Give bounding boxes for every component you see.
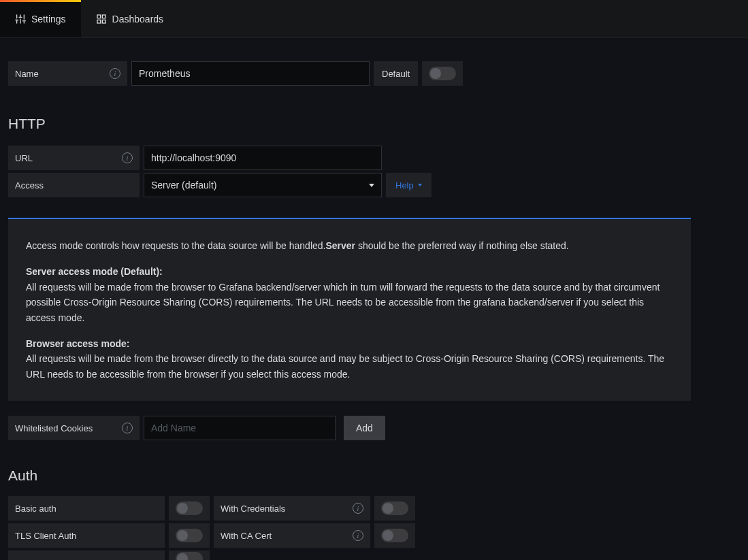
tls-client-auth-label: TLS Client Auth bbox=[8, 523, 165, 548]
svg-rect-9 bbox=[97, 15, 101, 18]
info-intro-post: should be the preferred way if nothing e… bbox=[355, 240, 569, 251]
info-server: Server access mode (Default): All reques… bbox=[26, 264, 673, 325]
auth-row-2: TLS Client Auth With CA Cert i bbox=[8, 523, 740, 548]
info-icon[interactable]: i bbox=[353, 503, 363, 514]
basic-auth-toggle-wrap bbox=[169, 496, 210, 521]
cookies-row: Whitelisted Cookies i Add bbox=[8, 416, 740, 440]
default-toggle[interactable] bbox=[429, 67, 456, 80]
default-label-text: Default bbox=[382, 69, 410, 79]
svg-rect-10 bbox=[102, 15, 105, 18]
tls-client-auth-label-text: TLS Client Auth bbox=[15, 531, 76, 541]
auth-row-3-toggle-wrap bbox=[169, 550, 210, 560]
add-button[interactable]: Add bbox=[344, 416, 385, 440]
chevron-down-icon bbox=[369, 184, 374, 187]
info-server-title: Server access mode (Default): bbox=[26, 266, 163, 277]
with-credentials-toggle-wrap bbox=[374, 496, 415, 521]
tls-client-auth-toggle-wrap bbox=[169, 523, 210, 548]
with-credentials-label: With Credentials i bbox=[214, 496, 370, 521]
info-icon[interactable]: i bbox=[122, 423, 133, 433]
access-row: Access Server (default) Help bbox=[8, 173, 740, 197]
info-browser: Browser access mode: All requests will b… bbox=[26, 336, 673, 382]
ca-cert-label: With CA Cert i bbox=[214, 523, 370, 548]
ca-cert-toggle[interactable] bbox=[381, 529, 408, 542]
tab-settings-label: Settings bbox=[31, 14, 66, 24]
name-input[interactable] bbox=[131, 61, 370, 86]
auth-row-3 bbox=[8, 550, 740, 560]
tab-dashboards-label: Dashboards bbox=[112, 14, 164, 24]
info-intro-pre: Access mode controls how requests to the… bbox=[26, 240, 325, 251]
info-icon[interactable]: i bbox=[110, 68, 120, 79]
tab-settings[interactable]: Settings bbox=[0, 0, 81, 37]
info-icon[interactable]: i bbox=[122, 152, 133, 163]
auth-row-3-label bbox=[8, 550, 165, 560]
tls-client-auth-toggle[interactable] bbox=[176, 529, 203, 542]
access-select[interactable]: Server (default) bbox=[144, 173, 382, 197]
info-browser-body: All requests will be made from the brows… bbox=[26, 353, 664, 379]
auth-row-3-toggle[interactable] bbox=[176, 552, 203, 560]
url-input[interactable] bbox=[144, 146, 382, 170]
default-label: Default bbox=[374, 61, 418, 86]
access-info-panel: Access mode controls how requests to the… bbox=[8, 218, 691, 401]
cookies-label: Whitelisted Cookies i bbox=[8, 416, 140, 440]
name-label: Name i bbox=[8, 61, 127, 86]
sliders-icon bbox=[15, 14, 26, 24]
auth-section-title: Auth bbox=[8, 467, 740, 484]
info-icon[interactable]: i bbox=[353, 530, 363, 541]
chevron-down-icon bbox=[418, 184, 422, 186]
info-browser-title: Browser access mode: bbox=[26, 338, 130, 349]
basic-auth-toggle[interactable] bbox=[176, 501, 203, 515]
access-label-text: Access bbox=[15, 180, 44, 191]
help-button-label: Help bbox=[395, 180, 414, 191]
access-select-value: Server (default) bbox=[151, 180, 216, 191]
default-toggle-wrap bbox=[422, 61, 463, 86]
info-intro: Access mode controls how requests to the… bbox=[26, 238, 673, 253]
url-row: URL i bbox=[8, 146, 740, 170]
apps-icon bbox=[96, 14, 107, 24]
help-button[interactable]: Help bbox=[386, 173, 432, 197]
name-label-text: Name bbox=[15, 69, 39, 79]
with-credentials-label-text: With Credentials bbox=[221, 504, 285, 514]
basic-auth-label-text: Basic auth bbox=[15, 504, 56, 514]
info-intro-bold: Server bbox=[325, 240, 355, 251]
auth-row-1: Basic auth With Credentials i bbox=[8, 496, 740, 521]
url-label-text: URL bbox=[15, 153, 33, 163]
url-label: URL i bbox=[8, 146, 140, 170]
tab-bar: Settings Dashboards bbox=[0, 0, 748, 38]
with-credentials-toggle[interactable] bbox=[381, 501, 408, 515]
http-section-title: HTTP bbox=[8, 116, 740, 132]
basic-auth-label: Basic auth bbox=[8, 496, 165, 521]
tab-dashboards[interactable]: Dashboards bbox=[81, 0, 179, 37]
svg-rect-11 bbox=[102, 20, 105, 23]
access-label: Access bbox=[8, 173, 140, 197]
ca-cert-toggle-wrap bbox=[374, 523, 415, 548]
info-server-body: All requests will be made from the brows… bbox=[26, 282, 660, 323]
name-row: Name i Default bbox=[8, 61, 740, 86]
cookies-label-text: Whitelisted Cookies bbox=[15, 423, 93, 433]
ca-cert-label-text: With CA Cert bbox=[221, 531, 272, 541]
svg-rect-12 bbox=[97, 20, 101, 23]
cookies-input[interactable] bbox=[144, 416, 336, 440]
